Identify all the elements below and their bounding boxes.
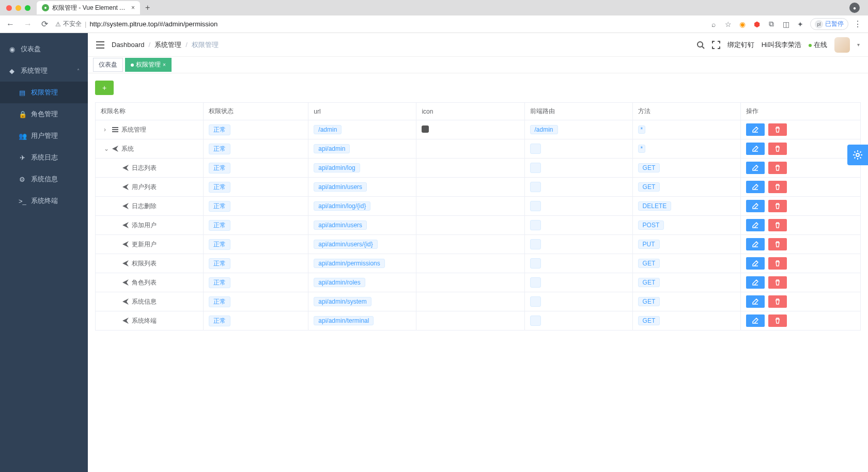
edit-button[interactable] (746, 238, 765, 250)
delete-button[interactable] (768, 219, 787, 231)
favicon-icon: ● (42, 4, 49, 11)
new-tab-button[interactable]: + (145, 3, 150, 12)
tab-权限管理[interactable]: 权限管理× (125, 58, 172, 72)
edit-button[interactable] (746, 276, 765, 289)
method-tag: GET (638, 278, 660, 287)
table-row: ⌄系统 正常 api/admin * (96, 139, 861, 159)
sidebar-item-系统终端[interactable]: >_系统终端 (0, 190, 88, 212)
tachometer-icon: ◉ (8, 45, 16, 53)
star-icon[interactable]: ☆ (723, 20, 733, 29)
browser-tab[interactable]: ● 权限管理 - Vue Element Admin × (37, 1, 140, 14)
route-tag (530, 316, 541, 326)
add-permission-button[interactable]: + (95, 81, 114, 95)
breadcrumb-current: 权限管理 (192, 40, 219, 50)
window-minimize-button[interactable] (16, 5, 21, 11)
tab-close-icon[interactable]: × (163, 62, 166, 68)
address-bar[interactable]: ⚠ 不安全 | http://system.pltrue.top/#/admin… (55, 20, 704, 28)
edit-button[interactable] (746, 295, 765, 308)
toggle-sidebar-button[interactable] (96, 41, 104, 49)
row-name: 用户列表 (132, 183, 157, 192)
table-row: ›系统管理 正常 /admin /admin * (96, 120, 861, 139)
ext-icon-1[interactable]: ◉ (738, 20, 747, 29)
row-name: 日志删除 (132, 202, 157, 211)
url-tag: api/admin/log/{id} (314, 201, 370, 211)
sidebar-item-系统日志[interactable]: ✈系统日志 (0, 147, 88, 168)
ext-icon-2[interactable]: ⬢ (752, 20, 762, 29)
ext-icon-4[interactable]: ◫ (781, 20, 791, 29)
key-icon[interactable]: ⌕ (709, 20, 718, 29)
ext-icon-3[interactable]: ⧉ (767, 20, 776, 29)
edit-button[interactable] (746, 314, 765, 327)
sidebar-item-label: 用户管理 (31, 131, 58, 140)
edit-button[interactable] (746, 219, 765, 231)
user-greeting: Hi叫我李荣浩 (762, 40, 801, 50)
sidebar-item-系统信息[interactable]: ⚙系统信息 (0, 168, 88, 190)
window-close-button[interactable] (6, 5, 12, 11)
browser-urlbar: ← → ⟳ ⚠ 不安全 | http://system.pltrue.top/#… (0, 15, 868, 33)
row-name: 添加用户 (132, 221, 157, 230)
sidebar-item-权限管理[interactable]: ▤权限管理 (0, 82, 88, 103)
svg-point-1 (856, 153, 859, 156)
status-tag: 正常 (209, 144, 230, 154)
not-secure-badge[interactable]: ⚠ 不安全 (55, 20, 82, 28)
table-row: 更新用户 正常 api/admin/users/{id} PUT (96, 235, 861, 254)
cog-icon: ◆ (8, 67, 16, 75)
edit-button[interactable] (746, 200, 765, 212)
edit-button[interactable] (746, 257, 765, 270)
method-tag: GET (638, 316, 660, 325)
chrome-menu-button[interactable]: ⋮ (854, 19, 862, 29)
method-tag: * (638, 125, 646, 134)
chrome-profile-icon[interactable]: ● (849, 3, 860, 13)
delete-button[interactable] (768, 200, 787, 212)
paper-plane-icon (122, 203, 129, 209)
fullscreen-icon[interactable] (712, 41, 720, 49)
edit-button[interactable] (746, 143, 765, 155)
reload-button[interactable]: ⟳ (39, 19, 50, 29)
edit-button[interactable] (746, 181, 765, 193)
sidebar-item-label: 系统终端 (31, 196, 58, 206)
delete-button[interactable] (768, 314, 787, 327)
url-tag: api/admin/users (314, 221, 367, 230)
route-tag (530, 296, 541, 307)
expand-icon[interactable]: › (104, 126, 109, 133)
method-tag: * (638, 145, 646, 153)
status-tag: 正常 (209, 296, 230, 307)
delete-button[interactable] (768, 162, 787, 174)
edit-button[interactable] (746, 123, 765, 136)
settings-drawer-button[interactable] (847, 145, 868, 165)
breadcrumb-item[interactable]: Dashboard (112, 41, 145, 49)
row-name: 系统 (121, 145, 134, 153)
delete-button[interactable] (768, 257, 787, 270)
extensions-icon[interactable]: ✦ (796, 20, 805, 29)
user-menu-chevron-icon[interactable]: ▾ (857, 42, 860, 48)
breadcrumb-item[interactable]: 系统管理 (154, 40, 181, 50)
tab-仪表盘[interactable]: 仪表盘 (93, 58, 123, 72)
window-maximize-button[interactable] (25, 5, 30, 11)
bars-icon (112, 127, 118, 132)
back-button[interactable]: ← (4, 20, 17, 29)
collapse-icon[interactable]: ⌄ (104, 145, 109, 152)
sidebar-item-仪表盘[interactable]: ◉仪表盘 (0, 38, 88, 60)
sidebar-item-角色管理[interactable]: 🔒角色管理 (0, 103, 88, 125)
sidebar-item-用户管理[interactable]: 👥用户管理 (0, 125, 88, 147)
edit-button[interactable] (746, 162, 765, 174)
chevron-icon: ˄ (77, 68, 80, 74)
delete-button[interactable] (768, 276, 787, 289)
tab-close-button[interactable]: × (131, 4, 135, 11)
delete-button[interactable] (768, 181, 787, 193)
terminal-icon: >_ (19, 197, 26, 205)
search-icon[interactable] (696, 41, 705, 49)
paper-plane-icon: ✈ (19, 154, 26, 162)
delete-button[interactable] (768, 295, 787, 308)
route-tag (530, 144, 541, 154)
table-row: 系统终端 正常 api/admin/terminal GET (96, 311, 861, 331)
delete-button[interactable] (768, 143, 787, 155)
delete-button[interactable] (768, 238, 787, 250)
th-action: 操作 (740, 103, 860, 120)
forward-button[interactable]: → (22, 20, 34, 29)
delete-button[interactable] (768, 123, 787, 136)
sidebar-item-系统管理[interactable]: ◆系统管理˄ (0, 60, 88, 82)
chrome-pause-badge[interactable]: pl 已暂停 (810, 18, 848, 30)
avatar[interactable] (834, 37, 850, 53)
bind-dingding-link[interactable]: 绑定钉钉 (727, 40, 754, 50)
